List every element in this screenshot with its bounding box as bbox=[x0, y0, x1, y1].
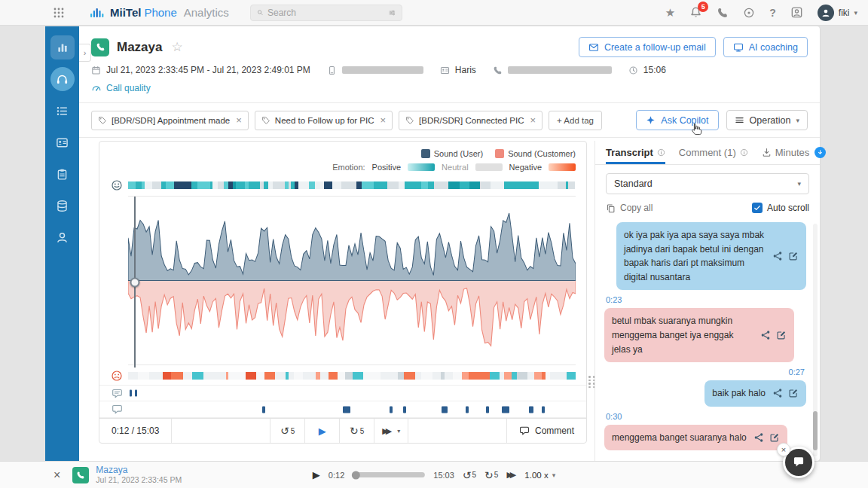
chevron-down-icon: ▾ bbox=[797, 180, 801, 188]
waveform-plot[interactable] bbox=[128, 196, 576, 365]
headset-icon bbox=[56, 73, 69, 86]
coaching-screen-icon bbox=[733, 42, 744, 53]
user-menu[interactable]: fiki ▾ bbox=[818, 5, 857, 21]
user-avatar bbox=[818, 5, 834, 21]
emotion-strip-user bbox=[128, 181, 576, 189]
add-tag-button[interactable]: + Add tag bbox=[549, 111, 602, 130]
player-speed-control[interactable]: 1.00 x ▾ bbox=[524, 471, 555, 480]
transcript-mode-select[interactable]: Standard ▾ bbox=[606, 173, 809, 194]
scrollbar-thumb[interactable] bbox=[813, 411, 818, 450]
tag-remove-icon[interactable]: × bbox=[236, 114, 242, 126]
player-skip-forward-button[interactable]: ↻5 bbox=[484, 470, 498, 480]
keyword-marker-track[interactable] bbox=[128, 386, 576, 401]
call-duration: 15:06 bbox=[643, 65, 666, 75]
chevron-down-icon[interactable]: ▾ bbox=[397, 428, 400, 435]
global-search[interactable] bbox=[250, 5, 402, 21]
tag-chip[interactable]: Need to Follow up for PIC × bbox=[255, 111, 393, 130]
info-icon bbox=[740, 148, 748, 157]
sidebar-item-reports[interactable] bbox=[45, 158, 79, 190]
player-play-button[interactable]: ▶ bbox=[313, 469, 320, 480]
player-seek-slider[interactable] bbox=[353, 472, 425, 477]
transcript-text: baik pak halo bbox=[712, 386, 766, 401]
playhead[interactable] bbox=[134, 197, 136, 368]
tab-comment[interactable]: Comment (1) bbox=[679, 141, 748, 164]
player-skip-back-button[interactable]: ↺5 bbox=[463, 470, 476, 480]
transcript-panel: Transcript Comment (1) Minutes Standard … bbox=[594, 141, 820, 461]
ask-copilot-button[interactable]: Ask Copilot bbox=[636, 110, 718, 130]
transcript-message: ok iya pak iya apa saya saya mbak jadiny… bbox=[604, 222, 806, 290]
tab-minutes[interactable]: Minutes bbox=[762, 141, 827, 164]
transcript-bubble[interactable]: ok iya pak iya apa saya saya mbak jadiny… bbox=[616, 222, 806, 290]
contacts-frame-icon[interactable] bbox=[790, 6, 803, 19]
transcript-bubble[interactable]: baik pak halo bbox=[704, 380, 806, 407]
sidebar-item-analytics[interactable] bbox=[45, 32, 79, 63]
create-follow-up-email-button[interactable]: Create a follow-up email bbox=[579, 37, 716, 57]
playhead-handle[interactable] bbox=[130, 277, 139, 287]
call-quality-link[interactable]: Call quality bbox=[79, 75, 820, 102]
share-icon[interactable] bbox=[753, 432, 764, 443]
dialer-phone-icon[interactable] bbox=[717, 7, 729, 19]
comment-marker-track[interactable] bbox=[128, 401, 576, 417]
player-call-title[interactable]: Mazaya bbox=[96, 465, 182, 475]
help-icon[interactable]: ? bbox=[769, 7, 776, 19]
sidebar-item-users[interactable] bbox=[45, 221, 79, 253]
notifications-bell-icon[interactable]: 5 bbox=[689, 6, 702, 19]
transcript-message: 0:27 baik pak halo bbox=[604, 368, 806, 407]
share-icon[interactable] bbox=[772, 388, 783, 398]
player-skip-forward-amount: 5 bbox=[494, 471, 499, 479]
transcript-message: 0:23 betul mbak suaranya mungkin menggem… bbox=[604, 295, 806, 362]
search-filter-icon[interactable] bbox=[389, 8, 396, 18]
share-icon[interactable] bbox=[772, 251, 783, 261]
auto-scroll-label: Auto scroll bbox=[767, 203, 809, 213]
sidebar-expand-button[interactable]: › bbox=[79, 44, 91, 62]
tag-chip[interactable]: [BDR/SDR] Connected PIC × bbox=[399, 111, 542, 130]
tab-transcript[interactable]: Transcript bbox=[606, 141, 665, 164]
user-name: fiki bbox=[839, 8, 850, 18]
favorite-star-icon[interactable]: ☆ bbox=[171, 39, 182, 55]
sidebar-item-calls[interactable] bbox=[45, 63, 79, 95]
ask-copilot-label: Ask Copilot bbox=[661, 115, 708, 126]
share-icon[interactable] bbox=[760, 330, 771, 340]
skip-forward-button[interactable]: ↻5 bbox=[339, 419, 374, 443]
brand-logo[interactable]: MiiTel Phone Analytics bbox=[90, 6, 229, 19]
sidebar-item-data[interactable] bbox=[45, 190, 79, 221]
transcript-bubble[interactable]: betul mbak suaranya mungkin menggema ban… bbox=[604, 308, 794, 362]
sidebar-item-contacts[interactable] bbox=[45, 127, 79, 158]
tag-label: [BDR/SDR] Connected PIC bbox=[419, 116, 524, 125]
chat-widget-button[interactable]: × bbox=[783, 447, 815, 478]
auto-scroll-checkbox[interactable] bbox=[752, 203, 763, 213]
play-button[interactable]: ▶ bbox=[304, 419, 339, 443]
edit-icon[interactable] bbox=[769, 432, 780, 443]
copy-all-button[interactable]: Copy all bbox=[606, 203, 653, 213]
apps-grid-icon[interactable] bbox=[53, 7, 65, 19]
panel-resizer[interactable] bbox=[587, 141, 594, 461]
comment-button[interactable]: Comment bbox=[506, 419, 586, 443]
skip-back-button[interactable]: ↺5 bbox=[270, 419, 304, 443]
copy-all-label: Copy all bbox=[620, 203, 653, 213]
agent-name: Haris bbox=[455, 65, 476, 75]
operation-menu-button[interactable]: Operation ▾ bbox=[726, 110, 808, 130]
player-total-time: 15:03 bbox=[433, 471, 454, 480]
ai-coaching-button[interactable]: AI coaching bbox=[723, 37, 808, 57]
transcript-bubble[interactable]: menggema banget suaranya halo bbox=[604, 425, 787, 451]
brand-miitel: MiiTel bbox=[110, 6, 141, 19]
tag-chip[interactable]: [BDR/SDR] Appointment made × bbox=[91, 111, 249, 130]
edit-icon[interactable] bbox=[776, 330, 787, 340]
sidebar-item-call-list[interactable] bbox=[45, 95, 79, 127]
miitel-bars-icon bbox=[90, 7, 104, 19]
edit-icon[interactable] bbox=[788, 251, 799, 261]
operation-label: Operation bbox=[750, 115, 791, 126]
transcript-scrollbar[interactable] bbox=[813, 224, 818, 456]
tag-remove-icon[interactable]: × bbox=[381, 114, 387, 126]
player-fast-forward-button[interactable]: ▶▶ bbox=[506, 470, 516, 480]
minutes-download-badge[interactable] bbox=[815, 147, 826, 158]
fast-forward-button[interactable]: ▶▶▾ bbox=[374, 419, 408, 443]
favorites-icon[interactable]: ★ bbox=[665, 6, 675, 20]
tag-remove-icon[interactable]: × bbox=[530, 114, 536, 126]
player-close-icon[interactable]: × bbox=[53, 469, 60, 481]
auto-scroll-toggle[interactable]: Auto scroll bbox=[752, 203, 809, 213]
search-input[interactable] bbox=[267, 8, 384, 18]
chat-widget-close-icon[interactable]: × bbox=[777, 443, 790, 456]
edit-icon[interactable] bbox=[788, 388, 799, 398]
recordings-disc-icon[interactable] bbox=[743, 7, 755, 19]
